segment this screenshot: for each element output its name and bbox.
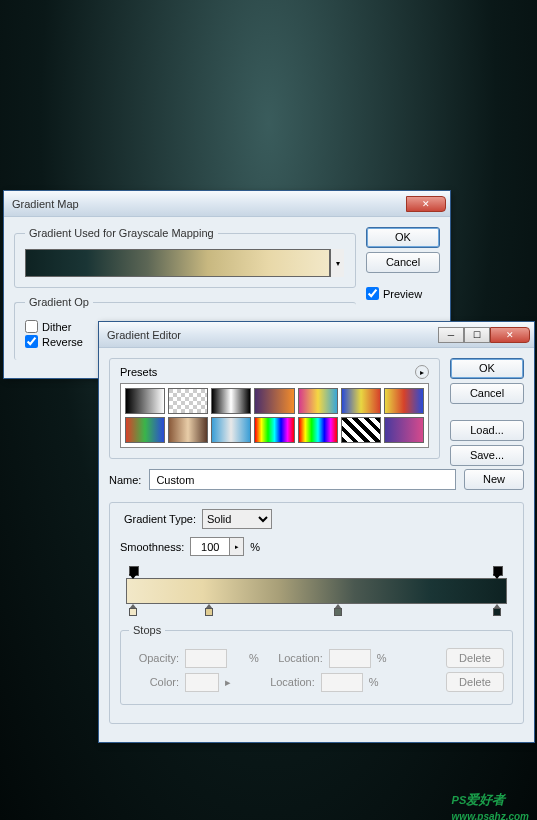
- color-stop[interactable]: [493, 604, 503, 618]
- smoothness-spinner-icon[interactable]: ▸: [230, 537, 244, 556]
- color-location-input: [321, 673, 363, 692]
- gradient-options-legend: Gradient Op: [25, 296, 93, 308]
- opacity-label: Opacity:: [129, 652, 179, 664]
- preset-swatch[interactable]: [168, 417, 208, 443]
- new-button[interactable]: New: [464, 469, 524, 490]
- color-stop[interactable]: [129, 604, 139, 618]
- save-button[interactable]: Save...: [450, 445, 524, 466]
- opacity-input: [185, 649, 227, 668]
- close-icon[interactable]: ✕: [406, 196, 446, 212]
- grayscale-mapping-legend: Gradient Used for Grayscale Mapping: [25, 227, 218, 239]
- preset-swatch[interactable]: [298, 388, 338, 414]
- gradient-map-titlebar[interactable]: Gradient Map ✕: [4, 191, 450, 217]
- delete-color-button: Delete: [446, 672, 504, 692]
- opacity-stop[interactable]: [493, 566, 503, 578]
- gradient-swatch[interactable]: [25, 249, 330, 277]
- ok-button[interactable]: OK: [366, 227, 440, 248]
- gradient-type-select[interactable]: Solid: [202, 509, 272, 529]
- preset-swatch[interactable]: [254, 417, 294, 443]
- load-button[interactable]: Load...: [450, 420, 524, 441]
- preset-swatch[interactable]: [298, 417, 338, 443]
- gradient-editor-title: Gradient Editor: [103, 329, 438, 341]
- smoothness-label: Smoothness:: [120, 541, 184, 553]
- preset-swatch[interactable]: [211, 417, 251, 443]
- preset-swatch[interactable]: [341, 417, 381, 443]
- reverse-checkbox[interactable]: [25, 335, 38, 348]
- preview-label: Preview: [383, 288, 422, 300]
- presets-label: Presets: [120, 366, 415, 378]
- preset-swatch[interactable]: [341, 388, 381, 414]
- presets-grid: [120, 383, 429, 448]
- color-swatch: [185, 673, 219, 692]
- gradient-type-group: Gradient Type: Solid Smoothness: ▸ % S: [109, 502, 524, 724]
- gradient-dropdown-icon[interactable]: [330, 249, 344, 277]
- stops-legend: Stops: [129, 624, 165, 636]
- preset-swatch[interactable]: [168, 388, 208, 414]
- color-stop[interactable]: [334, 604, 344, 618]
- reverse-label: Reverse: [42, 336, 83, 348]
- location-label: Location:: [273, 652, 323, 664]
- name-label: Name:: [109, 474, 141, 486]
- presets-group: Presets ▸: [109, 358, 440, 459]
- gradient-bar[interactable]: [126, 578, 507, 604]
- presets-menu-icon[interactable]: ▸: [415, 365, 429, 379]
- close-icon[interactable]: ✕: [490, 327, 530, 343]
- preset-swatch[interactable]: [384, 417, 424, 443]
- watermark: PS爱好者 www.psahz.com: [452, 779, 529, 820]
- opacity-stop[interactable]: [129, 566, 139, 578]
- stops-group: Stops Opacity: % Location: % Delete Colo…: [120, 624, 513, 705]
- opacity-location-input: [329, 649, 371, 668]
- maximize-icon[interactable]: ☐: [464, 327, 490, 343]
- smoothness-unit: %: [250, 541, 260, 553]
- name-input[interactable]: [149, 469, 456, 490]
- preview-checkbox[interactable]: [366, 287, 379, 300]
- minimize-icon[interactable]: ─: [438, 327, 464, 343]
- smoothness-input[interactable]: [190, 537, 230, 556]
- color-stop[interactable]: [205, 604, 215, 618]
- dither-label: Dither: [42, 321, 71, 333]
- color-label: Color:: [129, 676, 179, 688]
- preset-swatch[interactable]: [384, 388, 424, 414]
- dither-checkbox[interactable]: [25, 320, 38, 333]
- gradient-editor-bar[interactable]: [120, 564, 513, 620]
- gradient-type-label: Gradient Type:: [124, 513, 196, 525]
- preset-swatch[interactable]: [254, 388, 294, 414]
- preview-checkbox-row[interactable]: Preview: [366, 287, 440, 300]
- delete-opacity-button: Delete: [446, 648, 504, 668]
- cancel-button[interactable]: Cancel: [366, 252, 440, 273]
- gradient-editor-dialog: Gradient Editor ─ ☐ ✕ Presets ▸ O: [98, 321, 535, 743]
- preset-swatch[interactable]: [125, 388, 165, 414]
- preset-swatch[interactable]: [125, 417, 165, 443]
- cancel-button[interactable]: Cancel: [450, 383, 524, 404]
- location-label-2: Location:: [265, 676, 315, 688]
- grayscale-mapping-group: Gradient Used for Grayscale Mapping: [14, 227, 356, 288]
- gradient-map-title: Gradient Map: [8, 198, 406, 210]
- preset-swatch[interactable]: [211, 388, 251, 414]
- gradient-editor-titlebar[interactable]: Gradient Editor ─ ☐ ✕: [99, 322, 534, 348]
- ok-button[interactable]: OK: [450, 358, 524, 379]
